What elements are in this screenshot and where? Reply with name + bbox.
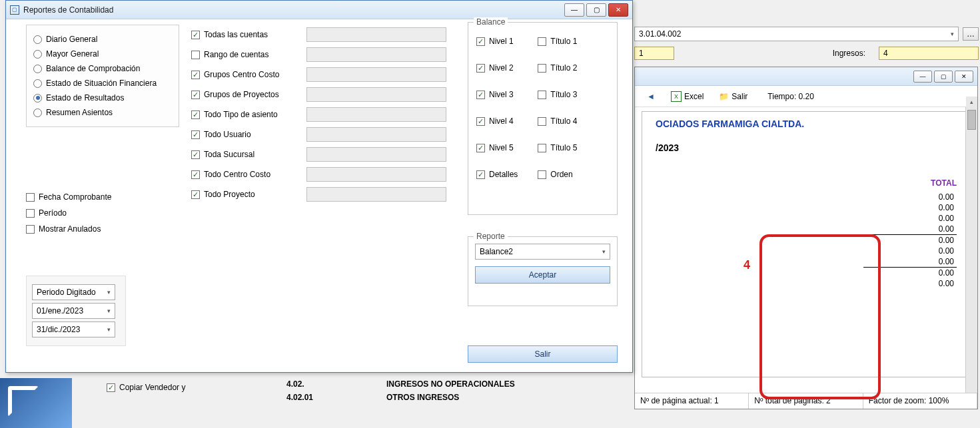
checkbox-icon <box>26 225 35 234</box>
checkbox-icon <box>476 144 485 152</box>
left-yellow-field[interactable]: 1 <box>634 47 674 60</box>
vertical-scrollbar[interactable] <box>965 107 977 393</box>
code-combo[interactable]: 3.01.04.002 ▾ <box>634 27 959 41</box>
minimize-button[interactable]: — <box>564 3 584 17</box>
checkbox-icon <box>191 130 200 139</box>
check-todo-centro-costo[interactable]: Todo Centro Costo <box>191 166 301 182</box>
maximize-button[interactable]: ▢ <box>934 71 953 83</box>
radio-resumen-asientos[interactable]: Resumen Asientos <box>32 105 173 120</box>
total-value: 0.00 <box>863 278 957 289</box>
radio-estado-situacion[interactable]: Estado de Situación Financiera <box>32 76 173 91</box>
check-orden[interactable]: Orden <box>538 166 577 182</box>
check-toda-sucursal[interactable]: Toda Sucursal <box>191 146 301 162</box>
radio-estado-resultados[interactable]: Estado de Resultados <box>32 91 173 105</box>
reporte-value: Balance2 <box>480 247 513 256</box>
check-titulo-5[interactable]: Título 5 <box>538 140 577 156</box>
check-titulo-4[interactable]: Título 4 <box>538 113 577 129</box>
app-logo-icon <box>0 378 72 428</box>
combo-disabled <box>306 147 446 162</box>
background-bottom-strip: Copiar Vendedor y 4.02. 4.02.01 INGRESOS… <box>73 373 633 409</box>
check-nivel-3[interactable]: Nivel 3 <box>476 87 518 103</box>
check-mostrar-anulados[interactable]: Mostrar Anulados <box>26 221 111 237</box>
check-detalles[interactable]: Detalles <box>476 166 518 182</box>
check-grupos-proyectos[interactable]: Grupos de Proyectos <box>191 87 301 103</box>
check-fecha-comprobante[interactable]: Fecha Comprobante <box>26 189 111 205</box>
check-periodo[interactable]: Período <box>26 205 111 221</box>
total-value: 0.00 <box>863 213 957 224</box>
check-todo-proyecto[interactable]: Todo Proyecto <box>191 186 301 202</box>
dialog-titlebar: Reportes de Contabilidad — ▢ ✕ <box>6 1 632 19</box>
check-nivel-1[interactable]: Nivel 1 <box>476 33 518 49</box>
chevron-down-icon: ▾ <box>107 308 111 314</box>
excel-button[interactable]: XExcel <box>667 90 708 103</box>
tiempo-label: Tiempo: 0.20 <box>767 92 814 101</box>
combo-disabled <box>306 67 446 82</box>
total-value: 0.00 <box>863 202 957 213</box>
radio-diario-general[interactable]: Diario General <box>32 32 173 47</box>
period-from-combo[interactable]: 01/ene./2023▾ <box>32 303 115 319</box>
totals-column: TOTAL 0.00 0.00 0.00 0.00 0.00 0.00 0.00… <box>863 178 957 289</box>
report-preview-window: — ▢ ✕ ◄ XExcel 📁Salir Tiempo: 0.20 OCIAD… <box>634 67 978 409</box>
maximize-button[interactable]: ▢ <box>586 3 606 17</box>
report-titlebar: — ▢ ✕ <box>635 67 977 86</box>
reporte-legend: Reporte <box>474 232 508 241</box>
status-bar: Nº de página actual: 1 Nº total de págin… <box>635 393 977 409</box>
scroll-thumb[interactable] <box>967 110 976 130</box>
checkbox-icon <box>26 209 35 218</box>
report-type-group: Diario General Mayor General Balance de … <box>26 25 179 127</box>
report-page: OCIADOS FARMAMIGA CIALTDA. /2023 TOTAL 0… <box>642 111 971 377</box>
checkbox-icon <box>476 117 485 126</box>
checkbox-icon <box>538 64 546 73</box>
check-titulo-2[interactable]: Título 2 <box>538 60 577 76</box>
copy-vendor-check[interactable]: Copiar Vendedor y <box>107 379 185 395</box>
radio-icon <box>33 35 42 44</box>
total-header: TOTAL <box>863 178 957 188</box>
radio-mayor-general[interactable]: Mayor General <box>32 47 173 61</box>
chevron-down-icon: ▾ <box>107 289 111 296</box>
radio-icon <box>33 94 42 103</box>
salir-button[interactable]: Salir <box>468 345 618 363</box>
dialog-title: Reportes de Contabilidad <box>23 5 564 15</box>
check-grupos-centro-costo[interactable]: Grupos Centro Costo <box>191 67 301 83</box>
salir-button[interactable]: 📁Salir <box>714 90 751 103</box>
check-nivel-2[interactable]: Nivel 2 <box>476 60 518 76</box>
period-mode-combo[interactable]: Periodo Digitado▾ <box>32 284 115 300</box>
status-zoom: Factor de zoom: 100% <box>863 393 977 409</box>
balance-legend: Balance <box>474 17 508 27</box>
check-todo-usuario[interactable]: Todo Usuario <box>191 126 301 142</box>
check-todas-cuentas[interactable]: Todas las cuentas <box>191 27 301 43</box>
radio-icon <box>33 108 42 117</box>
checkbox-icon <box>191 71 200 79</box>
total-value: 0.00 <box>863 234 957 246</box>
ingresos-field[interactable]: 4 <box>879 47 979 60</box>
browse-button[interactable]: … <box>963 27 979 41</box>
check-nivel-4[interactable]: Nivel 4 <box>476 113 518 129</box>
check-rango-cuentas[interactable]: Rango de cuentas <box>191 47 301 63</box>
aceptar-button[interactable]: Aceptar <box>475 266 610 284</box>
radio-balance-comprobacion[interactable]: Balance de Comprobación <box>32 61 173 76</box>
total-value: 0.00 <box>863 267 957 278</box>
checkbox-icon <box>191 91 200 99</box>
close-button[interactable]: ✕ <box>955 71 973 83</box>
excel-icon: X <box>671 91 682 102</box>
balance-group: Balance Nivel 1 Nivel 2 Nivel 3 Nivel 4 … <box>468 22 618 215</box>
filters-group: Todas las cuentas Rango de cuentas Grupo… <box>191 25 446 204</box>
checkbox-icon <box>476 64 485 73</box>
checkbox-icon <box>191 31 200 39</box>
period-group: Periodo Digitado▾ 01/ene./2023▾ 31/dic./… <box>26 276 126 346</box>
check-todo-tipo-asiento[interactable]: Todo Tipo de asiento <box>191 107 301 122</box>
minimize-button[interactable]: — <box>913 71 932 83</box>
check-titulo-3[interactable]: Título 3 <box>538 87 577 103</box>
period-to-combo[interactable]: 31/dic./2023▾ <box>32 321 115 337</box>
chevron-down-icon: ▾ <box>602 248 606 255</box>
total-value: 0.00 <box>863 224 957 234</box>
reporte-combo[interactable]: Balance2 ▾ <box>475 244 610 260</box>
check-titulo-1[interactable]: Título 1 <box>538 33 577 49</box>
combo-disabled <box>306 167 446 182</box>
back-button[interactable]: ◄ <box>642 90 660 103</box>
combo-disabled <box>306 47 446 62</box>
chevron-down-icon: ▾ <box>107 326 111 333</box>
close-button[interactable]: ✕ <box>608 3 628 17</box>
combo-disabled <box>306 107 446 122</box>
check-nivel-5[interactable]: Nivel 5 <box>476 140 518 156</box>
